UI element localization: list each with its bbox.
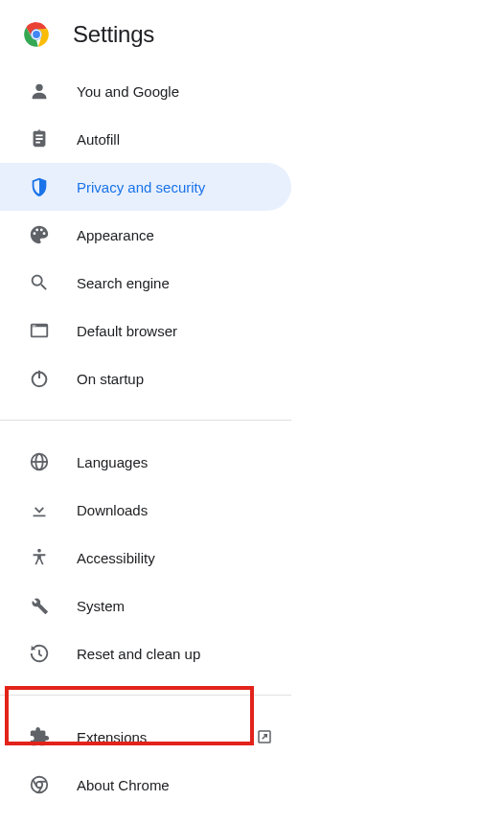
nav-item-appearance[interactable]: Appearance: [0, 211, 291, 259]
nav-item-label: Privacy and security: [77, 179, 274, 195]
shield-icon: [29, 176, 50, 197]
nav-item-label: Downloads: [77, 502, 274, 518]
nav-item-you-and-google[interactable]: You and Google: [0, 67, 291, 115]
page-title: Settings: [73, 21, 154, 48]
nav-item-label: On startup: [77, 371, 274, 387]
nav-divider: [0, 420, 291, 421]
nav-item-accessibility[interactable]: Accessibility: [0, 534, 291, 582]
nav-item-extensions[interactable]: Extensions: [0, 713, 291, 761]
open-external-icon: [255, 727, 274, 746]
extension-icon: [29, 726, 50, 747]
chrome-logo-icon: [23, 21, 50, 48]
accessibility-icon: [29, 547, 50, 568]
nav-item-label: Accessibility: [77, 550, 274, 566]
nav-item-label: Extensions: [77, 729, 228, 745]
settings-header: Settings: [0, 0, 504, 67]
nav-item-privacy-security[interactable]: Privacy and security: [0, 163, 291, 211]
power-icon: [29, 368, 50, 389]
person-icon: [29, 80, 50, 102]
nav-item-label: Default browser: [77, 323, 274, 339]
nav-item-label: Appearance: [77, 227, 274, 243]
svg-point-9: [37, 549, 41, 553]
browser-icon: [29, 320, 50, 341]
settings-nav: You and Google Autofill Privacy and secu…: [0, 67, 291, 809]
nav-divider: [0, 695, 291, 696]
nav-item-on-startup[interactable]: On startup: [0, 354, 291, 402]
autofill-icon: [29, 128, 50, 149]
search-icon: [29, 272, 50, 293]
wrench-icon: [29, 595, 50, 616]
nav-item-downloads[interactable]: Downloads: [0, 486, 291, 534]
nav-item-about-chrome[interactable]: About Chrome: [0, 761, 291, 809]
nav-item-label: You and Google: [77, 83, 274, 100]
nav-item-autofill[interactable]: Autofill: [0, 115, 291, 163]
palette-icon: [29, 224, 50, 245]
download-icon: [29, 499, 50, 520]
nav-item-default-browser[interactable]: Default browser: [0, 307, 291, 354]
nav-item-search-engine[interactable]: Search engine: [0, 259, 291, 307]
nav-item-reset[interactable]: Reset and clean up: [0, 629, 291, 677]
nav-item-label: Reset and clean up: [77, 646, 274, 662]
nav-item-system[interactable]: System: [0, 582, 291, 629]
nav-item-label: Languages: [77, 454, 274, 470]
nav-item-label: Search engine: [77, 275, 274, 291]
nav-item-languages[interactable]: Languages: [0, 438, 291, 486]
nav-item-label: System: [77, 598, 274, 614]
globe-icon: [29, 451, 50, 472]
nav-item-label: Autofill: [77, 131, 274, 148]
chrome-outline-icon: [29, 774, 50, 795]
nav-item-label: About Chrome: [77, 777, 274, 793]
restore-icon: [29, 643, 50, 664]
svg-point-3: [35, 84, 42, 91]
